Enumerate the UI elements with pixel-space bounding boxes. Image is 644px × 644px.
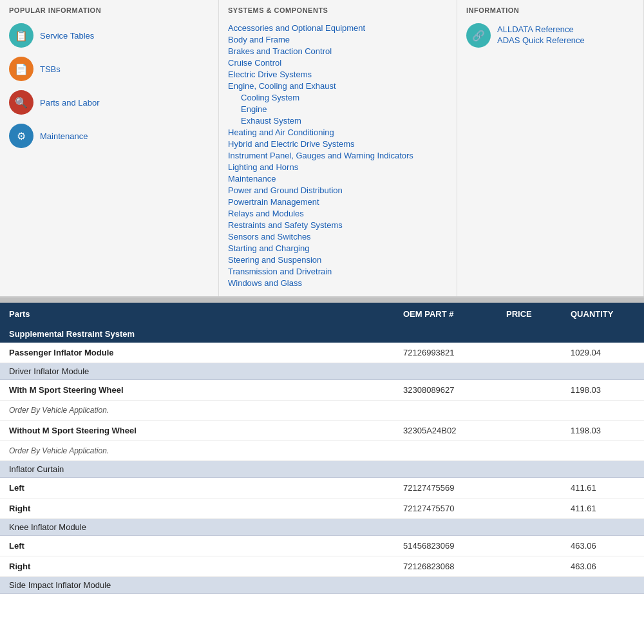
popular-item-maintenance[interactable]: ⚙ Maintenance xyxy=(9,124,209,148)
parts-labor-label: Parts and Labor xyxy=(40,98,100,108)
systems-link[interactable]: Body and Frame xyxy=(228,35,290,44)
parts-row: Left 72127475569 411.61 xyxy=(0,478,644,498)
systems-list-item[interactable]: Sensors and Switches xyxy=(228,232,448,242)
systems-list-item[interactable]: Lighting and Horns xyxy=(228,162,448,172)
systems-link[interactable]: Starting and Charging xyxy=(228,243,309,253)
systems-link[interactable]: Steering and Suspension xyxy=(228,255,321,265)
info-items-list: 🔗 ALLDATA ReferenceADAS Quick Reference xyxy=(466,23,634,48)
systems-list-item[interactable]: Steering and Suspension xyxy=(228,255,448,265)
systems-list-item[interactable]: Heating and Air Conditioning xyxy=(228,128,448,137)
systems-link[interactable]: Windows and Glass xyxy=(228,278,302,288)
part-qty: 411.61 xyxy=(571,504,635,513)
systems-link[interactable]: Relays and Modules xyxy=(228,209,304,218)
tsbs-label: TSBs xyxy=(40,64,61,74)
systems-list-item[interactable]: Accessories and Optional Equipment xyxy=(228,23,448,33)
systems-list-item[interactable]: Powertrain Management xyxy=(228,197,448,207)
part-qty: 1029.04 xyxy=(571,348,635,357)
part-oem: 72126993821 xyxy=(403,348,506,357)
part-qty: 411.61 xyxy=(571,483,635,493)
systems-list-item[interactable]: Electric Drive Systems xyxy=(228,70,448,79)
parts-sub-section-header: Side Impact Inflator Module xyxy=(0,577,644,594)
parts-row: Passenger Inflator Module 72126993821 10… xyxy=(0,343,644,363)
part-name: Order By Vehicle Application. xyxy=(9,446,403,455)
popular-items-list: 📋 Service Tables 📄 TSBs 🔍 Parts and Labo… xyxy=(9,23,209,148)
maintenance-label: Maintenance xyxy=(40,131,88,141)
service-tables-label: Service Tables xyxy=(40,31,94,41)
parts-labor-icon: 🔍 xyxy=(9,90,33,115)
systems-list-item[interactable]: Brakes and Traction Control xyxy=(228,46,448,56)
tsbs-icon: 📄 xyxy=(9,57,33,81)
systems-link[interactable]: Hybrid and Electric Drive Systems xyxy=(228,139,355,149)
info-item-alldata-reference[interactable]: 🔗 ALLDATA ReferenceADAS Quick Reference xyxy=(466,23,634,48)
parts-row: Left 51456823069 463.06 xyxy=(0,536,644,556)
systems-list-item[interactable]: Cruise Control xyxy=(228,58,448,68)
systems-list-item[interactable]: Relays and Modules xyxy=(228,209,448,218)
systems-link[interactable]: Instrument Panel, Gauges and Warning Ind… xyxy=(228,151,413,160)
systems-link[interactable]: Maintenance xyxy=(228,174,276,184)
parts-row: Order By Vehicle Application. xyxy=(0,441,644,461)
section-header: Supplemental Restraint System xyxy=(0,325,644,343)
part-name: With M Sport Steering Wheel xyxy=(9,385,403,395)
systems-header: SYSTEMS & COMPONENTS xyxy=(228,6,448,17)
systems-link[interactable]: Cruise Control xyxy=(228,58,281,68)
systems-link[interactable]: Electric Drive Systems xyxy=(228,70,312,79)
systems-list-item[interactable]: Body and Frame xyxy=(228,35,448,44)
info-link[interactable]: ALLDATA Reference xyxy=(497,24,585,34)
popular-item-service-tables[interactable]: 📋 Service Tables xyxy=(9,23,209,48)
parts-table-header: Parts OEM PART # PRICE QUANTITY xyxy=(0,303,644,325)
part-qty: 463.06 xyxy=(571,541,635,551)
parts-col-label: Parts xyxy=(9,309,403,319)
systems-list-item[interactable]: Instrument Panel, Gauges and Warning Ind… xyxy=(228,151,448,160)
part-name: Passenger Inflator Module xyxy=(9,348,403,357)
top-panels: POPULAR INFORMATION 📋 Service Tables 📄 T… xyxy=(0,0,644,298)
systems-list-item[interactable]: Engine, Cooling and Exhaust xyxy=(228,81,448,91)
information-header: INFORMATION xyxy=(466,6,634,17)
systems-list-item[interactable]: Windows and Glass xyxy=(228,278,448,288)
systems-list-item[interactable]: Restraints and Safety Systems xyxy=(228,220,448,230)
systems-link[interactable]: Sensors and Switches xyxy=(228,232,311,242)
price-col-label: PRICE xyxy=(506,309,571,319)
parts-sub-section-header: Inflator Curtain xyxy=(0,461,644,478)
popular-item-tsbs[interactable]: 📄 TSBs xyxy=(9,57,209,81)
part-name: Left xyxy=(9,483,403,493)
systems-list-item[interactable]: Transmission and Drivetrain xyxy=(228,267,448,276)
part-oem: 51456823069 xyxy=(403,541,506,551)
popular-information-header: POPULAR INFORMATION xyxy=(9,6,209,17)
systems-link[interactable]: Powertrain Management xyxy=(228,197,319,207)
systems-list-item[interactable]: Engine xyxy=(228,104,448,114)
information-panel: INFORMATION 🔗 ALLDATA ReferenceADAS Quic… xyxy=(457,0,644,296)
systems-list-item[interactable]: Cooling System xyxy=(228,93,448,102)
parts-section: Parts OEM PART # PRICE QUANTITY Suppleme… xyxy=(0,303,644,594)
systems-link[interactable]: Exhaust System xyxy=(241,116,301,126)
part-oem: 32305A24B02 xyxy=(403,426,506,435)
systems-list-item[interactable]: Exhaust System xyxy=(228,116,448,126)
systems-list-item[interactable]: Maintenance xyxy=(228,174,448,184)
systems-link[interactable]: Engine, Cooling and Exhaust xyxy=(228,81,336,91)
systems-link[interactable]: Transmission and Drivetrain xyxy=(228,267,332,276)
systems-link[interactable]: Engine xyxy=(241,104,267,114)
parts-row: Without M Sport Steering Wheel 32305A24B… xyxy=(0,421,644,441)
systems-components-panel: SYSTEMS & COMPONENTS Accessories and Opt… xyxy=(219,0,457,296)
part-oem: 72126823068 xyxy=(403,562,506,571)
systems-link[interactable]: Heating and Air Conditioning xyxy=(228,128,334,137)
part-name: Left xyxy=(9,541,403,551)
systems-link[interactable]: Brakes and Traction Control xyxy=(228,46,332,56)
systems-link[interactable]: Power and Ground Distribution xyxy=(228,185,343,195)
alldata-reference-icon: 🔗 xyxy=(466,23,491,48)
popular-item-parts-labor[interactable]: 🔍 Parts and Labor xyxy=(9,90,209,115)
info-link[interactable]: ADAS Quick Reference xyxy=(497,35,585,45)
oem-col-label: OEM PART # xyxy=(403,309,506,319)
parts-row: Order By Vehicle Application. xyxy=(0,401,644,421)
systems-list-item[interactable]: Starting and Charging xyxy=(228,243,448,253)
systems-link[interactable]: Restraints and Safety Systems xyxy=(228,220,343,230)
systems-link[interactable]: Lighting and Horns xyxy=(228,162,298,172)
part-qty: 1198.03 xyxy=(571,426,635,435)
parts-rows-container: Passenger Inflator Module 72126993821 10… xyxy=(0,343,644,594)
part-name: Right xyxy=(9,562,403,571)
part-oem: 72127475570 xyxy=(403,504,506,513)
systems-list-item[interactable]: Power and Ground Distribution xyxy=(228,185,448,195)
systems-link[interactable]: Accessories and Optional Equipment xyxy=(228,23,365,33)
systems-list-item[interactable]: Hybrid and Electric Drive Systems xyxy=(228,139,448,149)
part-qty: 463.06 xyxy=(571,562,635,571)
systems-link[interactable]: Cooling System xyxy=(241,93,299,102)
